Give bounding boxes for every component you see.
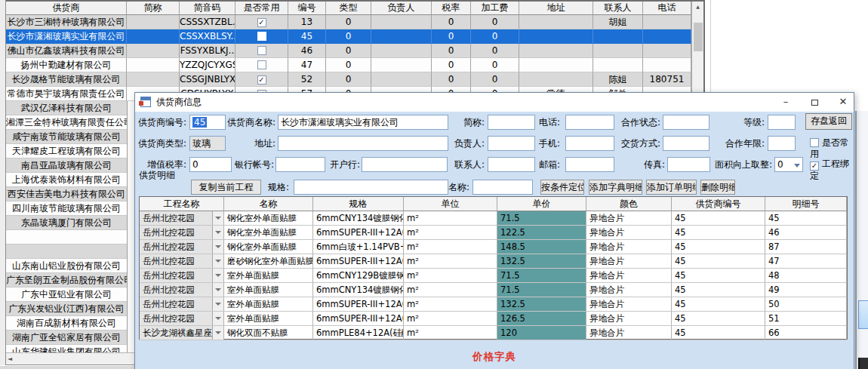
detail-row[interactable]: 岳州北控花园磨砂钢化室外单面贴膜6mmSUPER-III+12A(硅...m²1… (140, 254, 847, 269)
grid-column-header[interactable]: 明细号 (765, 197, 847, 211)
maximize-button[interactable] (803, 93, 826, 112)
detail-cell[interactable]: 45 (672, 240, 765, 254)
detail-cell[interactable]: 室外单面贴膜 (224, 312, 313, 326)
column-header[interactable]: 编号 (288, 2, 326, 15)
detail-cell[interactable]: 132.5 (497, 297, 586, 312)
detail-cell[interactable]: 长沙龙湖祺鑫星座 (140, 326, 224, 340)
supplier-list-item[interactable]: 湘潭三金特种玻璃有限责任公司 (6, 115, 127, 130)
vat-field[interactable]: 0 (189, 157, 232, 172)
common-use-checkbox[interactable] (257, 32, 266, 41)
save-return-button[interactable]: 存盘返回 (805, 113, 852, 130)
detail-cell[interactable]: 异地合片 (586, 226, 672, 240)
detail-cell[interactable]: 45 (672, 211, 765, 226)
detail-cell[interactable]: 71.5 (497, 283, 586, 297)
supplier-table-vscrollbar[interactable]: ▲ (691, 2, 703, 92)
detail-cell[interactable]: 6mmSUPER-III+12A(硅... (313, 297, 404, 312)
add-order-detail-button[interactable]: 添加订单明细 (646, 180, 697, 195)
common-use-checkbox[interactable] (257, 60, 266, 69)
column-header[interactable]: 类型 (326, 2, 371, 15)
detail-cell[interactable]: m² (404, 326, 497, 340)
detail-cell[interactable]: 岳州北控花园 (140, 269, 224, 283)
coop_years-field[interactable] (768, 136, 796, 151)
supplier-list-item[interactable]: 广东中亚铝业有限公司 (6, 288, 127, 302)
detail-cell[interactable]: 87 (765, 240, 847, 254)
grid-column-header[interactable]: 规格 (313, 197, 404, 211)
supplier-row[interactable]: 长沙晟格节能玻璃有限公司CSSGJNBLYXGS✓52000陈姐180751 (6, 72, 691, 87)
column-header[interactable]: 加工费 (471, 2, 519, 15)
chevron-down-icon[interactable] (212, 254, 223, 268)
chevron-down-icon[interactable] (212, 226, 223, 239)
dialog-titlebar[interactable]: 供货商信息 – ✕ (135, 93, 854, 112)
detail-cell[interactable]: m² (404, 283, 497, 297)
detail-cell[interactable]: 室外单面贴膜 (224, 297, 313, 312)
detail-cell[interactable]: 岳州北控花园 (140, 283, 224, 297)
column-header[interactable]: 地址 (519, 2, 593, 15)
supplier-row[interactable]: 长沙市三湘特种玻璃有限公司CSSSXTZBL..✓13000胡姐 (6, 15, 691, 29)
supplier-list-item[interactable]: 武汉亿泽科技有限公司 (6, 101, 127, 115)
detail-cell[interactable]: 120 (497, 326, 586, 340)
detail-cell[interactable]: 50 (765, 297, 847, 312)
detail-cell[interactable]: 岳州北控花园 (140, 254, 224, 269)
detail-cell[interactable]: 异地合片 (586, 283, 672, 297)
detail-cell[interactable]: 异地合片 (586, 326, 672, 340)
chevron-down-icon[interactable] (212, 269, 223, 282)
checkbox-icon[interactable]: ✓ (810, 161, 819, 171)
detail-cell[interactable]: 66 (765, 326, 847, 340)
supplier-row[interactable]: 扬州中勤建材有限公司YZZQJCYXGS47000 (6, 58, 691, 72)
detail-cell[interactable]: m² (404, 312, 497, 326)
address-field[interactable] (278, 136, 448, 151)
detail-cell[interactable]: 48 (765, 269, 847, 283)
supplier-list-item[interactable]: 广东坚朗五金制品股份有限公司 (6, 273, 127, 288)
column-header[interactable]: 是否常用 (235, 2, 288, 15)
bank-field[interactable] (362, 157, 448, 172)
common-use-checkbox[interactable]: ✓ (257, 75, 266, 85)
detail-cell[interactable]: 6mmSUPER-III+12A(硅... (313, 312, 404, 326)
detail-row[interactable]: 岳州北控花园钢化室外单面贴膜6mmCNY134镀膜钢化m²71.5异地合片454… (140, 211, 847, 226)
scrollbar-thumb[interactable] (694, 23, 703, 51)
supplier-row[interactable]: 长沙市潇湘玻璃实业有限公司CSSXXBLSY..45000 (6, 29, 691, 44)
supplier_no-field[interactable]: 45 (189, 115, 226, 130)
detail-cell[interactable]: 126.5 (497, 312, 586, 326)
add-dictionary-detail-button[interactable]: 添加字典明细 (589, 180, 642, 195)
grid-column-header[interactable]: 供货商编号 (672, 197, 765, 211)
detail-cell[interactable]: 6mmCNY134镀膜钢化 (313, 283, 404, 297)
detail-cell[interactable]: 47 (765, 254, 847, 269)
supplier-list-item[interactable]: 山东南山铝业股份有限公司 (6, 259, 127, 273)
supplier-list-item[interactable]: 湖南广亚全铝家居有限公司 (6, 331, 127, 345)
close-button[interactable]: ✕ (832, 93, 854, 112)
detail-cell[interactable]: 45 (672, 283, 765, 297)
supplier-list-item[interactable]: 天津耀皮工程玻璃有限公司 (6, 144, 127, 158)
detail-cell[interactable]: 6mmPLE84+12A(硅酮胶... (313, 326, 404, 340)
supplier-list-item[interactable]: 四川南玻节能玻璃有限公司 (6, 201, 127, 216)
detail-cell[interactable]: m² (404, 226, 497, 240)
column-header[interactable]: 供货商 (6, 2, 127, 15)
detail-cell[interactable]: 岳州北控花园 (140, 226, 224, 240)
detail-cell[interactable]: m² (404, 269, 497, 283)
bank_account-field[interactable] (275, 157, 325, 172)
area_round-field[interactable]: 0 (774, 157, 803, 172)
detail-cell[interactable]: 岳州北控花园 (140, 240, 224, 254)
detail-cell[interactable]: 岳州北控花园 (140, 312, 224, 326)
column-header[interactable]: 联系人 (593, 2, 643, 15)
detail-cell[interactable]: 钢化室外单面贴膜 (224, 240, 313, 254)
detail-cell[interactable]: 钢化室外单面贴膜 (224, 226, 313, 240)
detail-cell[interactable]: 46 (765, 226, 847, 240)
copy-current-project-button[interactable]: 复制当前工程 (191, 180, 261, 195)
detail-cell[interactable]: 51 (765, 312, 847, 326)
supplier_type-field[interactable]: 玻璃 (189, 136, 226, 151)
detail-cell[interactable]: 异地合片 (586, 211, 672, 226)
minimize-button[interactable]: – (774, 93, 797, 112)
bind-checkbox[interactable]: ✓ 工程绑定 (810, 158, 854, 171)
detail-cell[interactable]: 6mmCNY134镀膜钢化 (313, 211, 404, 226)
common-use-checkbox[interactable]: ✓ (257, 18, 266, 27)
scroll-left-icon[interactable]: ◄ (8, 354, 12, 364)
supplier-list-item[interactable]: 广东兴发铝业(江西)有限公司 (6, 302, 127, 316)
detail-cell[interactable]: m² (404, 211, 497, 226)
common-checkbox[interactable]: 是否常用 (810, 137, 854, 149)
detail-cell[interactable]: 6mmSUPER-III+12A(硅... (313, 254, 404, 269)
detail-cell[interactable]: 室外单面贴膜 (224, 283, 313, 297)
detail-cell[interactable]: 岳州北控花园 (140, 297, 224, 312)
chevron-down-icon[interactable] (212, 312, 223, 325)
detail-row[interactable]: 岳州北控花园室外单面贴膜6mmSUPER-III+12A(硅...m²126.5… (140, 312, 847, 326)
detail-cell[interactable]: 异地合片 (586, 269, 672, 283)
